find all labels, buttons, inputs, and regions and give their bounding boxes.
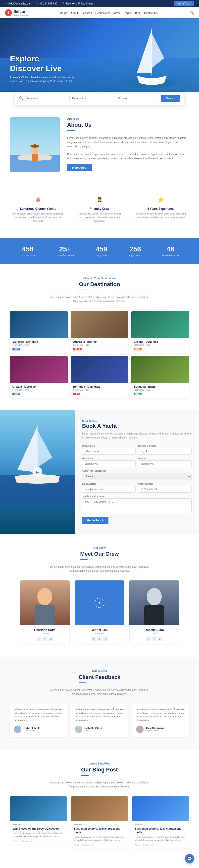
nav-item-destinations[interactable]: Destinations	[95, 11, 111, 14]
crew-socials: t f in	[132, 637, 176, 641]
crew-twitter-icon[interactable]: t	[91, 637, 96, 641]
date-to-input[interactable]	[138, 460, 192, 467]
blog-author: Admin	[13, 840, 18, 842]
book-desc: Lorem ipsum dolor sit amet, consectetur …	[82, 432, 192, 440]
keywords-input[interactable]	[26, 97, 67, 100]
blog-card[interactable]: June 2020 Suspendisse porta facilisi pra…	[71, 796, 128, 849]
phone-icon: 📞	[36, 2, 39, 5]
nav-item-crew[interactable]: Crew	[114, 11, 120, 14]
blog-date: June 2020	[13, 824, 64, 826]
dest-card-meta: From: $99 – $88	[134, 389, 187, 391]
feature-item: ⛵ Luxurious Charter Yachts Lorem ipsum d…	[10, 190, 67, 228]
form-row-5: Special Requirements	[82, 495, 192, 514]
blog-post-text: Lorem ipsum dolor sit amet, consectetur …	[135, 836, 186, 842]
add-crew-icon[interactable]: +	[94, 598, 105, 608]
email-input[interactable]	[82, 486, 135, 493]
stats-section: 458 Yachts For Hire 25+ Days Of Adventur…	[0, 238, 199, 264]
svg-rect-13	[35, 606, 55, 625]
dest-card[interactable]: Australia - Bahrain From: $99 – $88 SOLD	[71, 311, 128, 353]
svg-point-15	[147, 588, 162, 606]
crew-facebook-icon[interactable]: f	[97, 637, 102, 641]
hero-sailboat	[124, 23, 179, 88]
crew-facebook-icon[interactable]: f	[152, 637, 156, 641]
date-from-input[interactable]	[82, 460, 135, 467]
about-image-svg	[10, 117, 60, 172]
blog-text: Lorem ipsum dolor sit amet, consectetur …	[50, 781, 149, 789]
about-more-button[interactable]: More About	[67, 164, 92, 171]
author-role: Sailor	[84, 730, 102, 732]
nav-item-home[interactable]: Home	[60, 11, 67, 14]
crew-card: Charlotte Sofia Captain t f in	[20, 581, 70, 645]
chat-button[interactable]: 💬	[185, 854, 194, 863]
crew-instagram-icon[interactable]: in	[48, 637, 53, 641]
search-button[interactable]: Search	[161, 95, 180, 102]
crew-instagram-icon[interactable]: in	[103, 637, 108, 641]
destination-input[interactable]	[72, 97, 113, 100]
stat-label: Top Charters	[129, 254, 142, 257]
address-text: New York, United States	[66, 2, 93, 5]
play-button[interactable]: ▶	[32, 467, 42, 477]
blog-card[interactable]: June 2020 Suspendisse porta facilisi pra…	[132, 796, 189, 849]
dest-card[interactable]: Bermuda - Brazil From: $99 – $88 NEW	[131, 356, 189, 398]
nav-logo: S Siilcon Sailing & Yachts	[5, 9, 28, 16]
duration-input[interactable]	[118, 97, 158, 100]
nav-item-blog[interactable]: Blog	[135, 11, 141, 14]
logo-text: Siilcon	[13, 9, 26, 14]
crew-twitter-icon[interactable]: t	[146, 637, 151, 641]
book-label: Book Online	[82, 420, 192, 423]
date-from-group: Date From	[82, 457, 135, 467]
yacht-type-group: Yacht Type (Select one) Select... Motor …	[82, 470, 192, 480]
email-icon: ✉	[5, 2, 7, 5]
nav-item-about[interactable]: About	[71, 11, 78, 14]
dest-title: Our Destination	[79, 281, 120, 293]
stat-label: Yachts For Hire	[20, 254, 36, 257]
phone-label: Phone Number	[138, 483, 192, 485]
dest-card[interactable]: Bermuda - Dominica From: $99 – $88 HOT	[71, 356, 128, 398]
dest-img-overlay	[131, 311, 189, 338]
navbar: S Siilcon Sailing & Yachts HomeAboutServ…	[0, 7, 199, 18]
get-in-touch-top-button[interactable]: Get In Touch	[174, 1, 194, 6]
dest-img-overlay	[71, 311, 128, 338]
blog-author: Admin	[135, 844, 141, 846]
nav-item-services[interactable]: Services	[81, 11, 92, 14]
dest-card-info: Morocco - Denmark From: $99 – $88 NEW	[10, 338, 68, 353]
yacht-type-select[interactable]: Select... Motor Yacht Sailing Yacht Cata…	[82, 473, 192, 480]
charter-from-input[interactable]	[82, 448, 135, 455]
author-name: Alex Robinson	[146, 726, 165, 730]
form-row-3: Yacht Type (Select one) Select... Motor …	[82, 470, 192, 480]
top-bar-left: ✉ hello@example.com 📞 +1-234-567-890 📍 N…	[5, 2, 93, 5]
author-role: Yacht Owner	[24, 730, 40, 732]
dest-card-image	[10, 356, 68, 383]
search-icon[interactable]: 🔍	[190, 11, 194, 15]
dest-card[interactable]: Morocco - Denmark From: $99 – $88 NEW	[10, 311, 68, 353]
requirements-textarea[interactable]	[82, 498, 192, 513]
phone-input[interactable]	[138, 486, 192, 493]
author-avatar	[136, 725, 144, 733]
crew-grid: Charlotte Sofia Captain t f in + Gabriel…	[10, 581, 189, 645]
yacht-type-label: Yacht Type (Select one)	[82, 470, 192, 472]
blog-meta: Admin 0 Comments	[135, 844, 186, 846]
hero-title-line2: Discover Live	[10, 64, 62, 73]
blog-card-info: June 2020 Suspendisse porta facilisi pra…	[132, 821, 189, 849]
nav-menu: HomeAboutServicesDestinationsCrewPagesBl…	[60, 10, 157, 15]
num-people-input[interactable]	[138, 448, 192, 455]
about-text-1: Lorem ipsum dolor sit amet, consectetur …	[67, 136, 189, 149]
nav-item-contact-us[interactable]: Contact Us	[144, 11, 157, 14]
book-submit-button[interactable]: Get In Touch	[82, 517, 109, 524]
blog-card[interactable]: June 2020 While Need of The Desert Disco…	[10, 796, 67, 849]
crew-facebook-icon[interactable]: f	[43, 637, 47, 641]
about-image	[10, 117, 60, 172]
blog-meta: Admin 0 Comments	[13, 840, 64, 842]
nav-item-pages[interactable]: Pages	[124, 11, 131, 14]
email-group: Email Address	[82, 483, 135, 493]
feedback-title: Client Feedback	[79, 674, 121, 686]
dest-card-badge: HOT	[73, 393, 80, 395]
crew-card: + Gabriel Jack Navigator t f in	[75, 581, 124, 645]
stat-number: 458	[20, 245, 36, 253]
blog-meta: Admin 0 Comments	[74, 844, 125, 846]
dest-card[interactable]: Croatia - Dominica From: $99 – $88 NEW	[131, 311, 189, 353]
crew-instagram-icon[interactable]: in	[158, 637, 162, 641]
dest-img-overlay	[71, 356, 128, 383]
dest-card[interactable]: Croatia - Morocco From: $99 – $88 NEW	[10, 356, 68, 398]
crew-twitter-icon[interactable]: t	[37, 637, 41, 641]
